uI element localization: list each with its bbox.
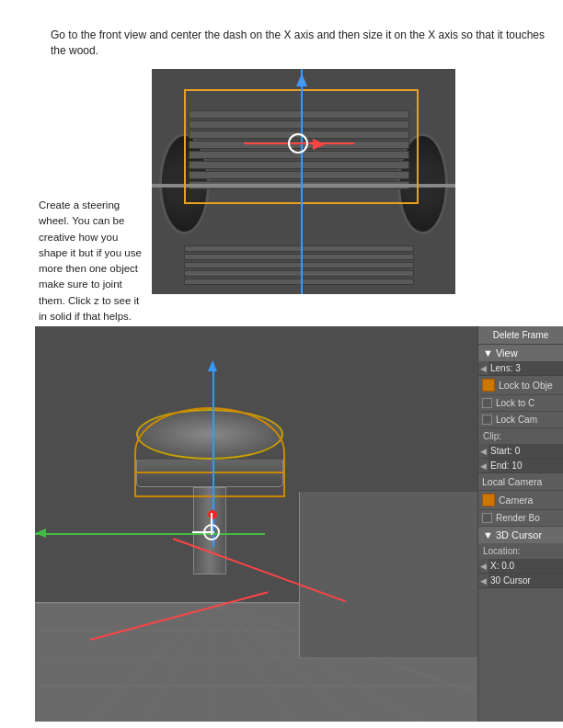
viewport-top — [152, 69, 455, 294]
local-camera-row: Local Camera — [478, 473, 563, 491]
3d-cursor — [203, 524, 220, 540]
render-border-row[interactable]: Render Bo — [478, 510, 563, 527]
camera-row: Camera — [478, 491, 563, 510]
lock-to-camera-label: Lock to C — [496, 398, 534, 408]
local-camera-label: Local Camera — [482, 476, 542, 487]
arrow-up-blue-main — [208, 360, 217, 371]
clip-label: Clip: — [478, 428, 563, 444]
red-dot-origin — [208, 510, 217, 519]
camera-icon — [482, 494, 495, 506]
render-border-checkbox[interactable] — [482, 513, 492, 523]
camera-label: Camera — [499, 495, 533, 506]
svg-line-7 — [213, 603, 293, 722]
x-value: X: 0.0 — [488, 559, 563, 573]
end-value: End: 10 — [488, 459, 563, 472]
end-arrow[interactable]: ◀ — [478, 461, 488, 471]
arrow-right-red — [313, 139, 326, 150]
x-arrow[interactable]: ◀ — [478, 562, 488, 571]
x-value-row: ◀ X: 0.0 — [478, 559, 563, 574]
disk-top — [136, 409, 283, 460]
svg-line-4 — [90, 603, 213, 722]
cursor-section-header[interactable]: ▼ 3D Cursor — [478, 527, 563, 543]
lock-camera-label: Lock Cam — [496, 415, 537, 425]
blue-axis-top — [301, 69, 303, 294]
lens-arrow-left[interactable]: ◀ — [478, 364, 488, 373]
instruction-top: Go to the front view and center the dash… — [51, 28, 554, 59]
arrow-left-green — [35, 529, 46, 538]
instruction-left-text: Create a steering wheel. You can be crea… — [39, 199, 142, 322]
cursor-value: 30 Cursor — [488, 574, 563, 587]
lock-to-object-label: Lock to Obje — [499, 380, 553, 391]
right-panel: Delete Frame ▼ View ◀ Lens: 3 Lock to Ob… — [477, 326, 563, 722]
cursor-arrow[interactable]: ◀ — [478, 576, 488, 586]
lock-to-object-row: Lock to Obje — [478, 376, 563, 395]
start-value: Start: 0 — [488, 444, 563, 458]
cursor-value-row: ◀ 30 Cursor — [478, 574, 563, 588]
lens-row: ◀ Lens: 3 — [478, 361, 563, 376]
view-section-header[interactable]: ▼ View — [478, 345, 563, 361]
lock-camera-to-view-checkbox[interactable] — [482, 415, 492, 425]
render-border-label: Render Bo — [496, 513, 540, 523]
start-arrow[interactable]: ◀ — [478, 447, 488, 456]
location-label: Location: — [478, 543, 563, 559]
lock-camera-checkbox[interactable] — [482, 398, 492, 408]
steering-wheel-object — [136, 409, 283, 574]
delete-frame-button[interactable]: Delete Frame — [478, 326, 563, 345]
instruction-top-text: Go to the front view and center the dash… — [51, 28, 545, 57]
viewport-bottom[interactable] — [35, 326, 483, 722]
clip-start-row: ◀ Start: 0 — [478, 444, 563, 459]
clip-end-row: ◀ End: 10 — [478, 459, 563, 473]
disk-side — [136, 460, 283, 487]
lock-camera-row[interactable]: Lock Cam — [478, 412, 563, 428]
green-axis-horizontal — [35, 533, 265, 535]
center-circle — [288, 133, 308, 154]
lock-object-icon — [482, 379, 495, 392]
instruction-left: Create a steering wheel. You can be crea… — [39, 198, 144, 324]
lock-to-camera-row[interactable]: Lock to C — [478, 395, 563, 412]
blue-axis-vertical — [213, 363, 214, 547]
lens-value: Lens: 3 — [488, 361, 563, 375]
arrow-up-blue — [296, 74, 307, 86]
